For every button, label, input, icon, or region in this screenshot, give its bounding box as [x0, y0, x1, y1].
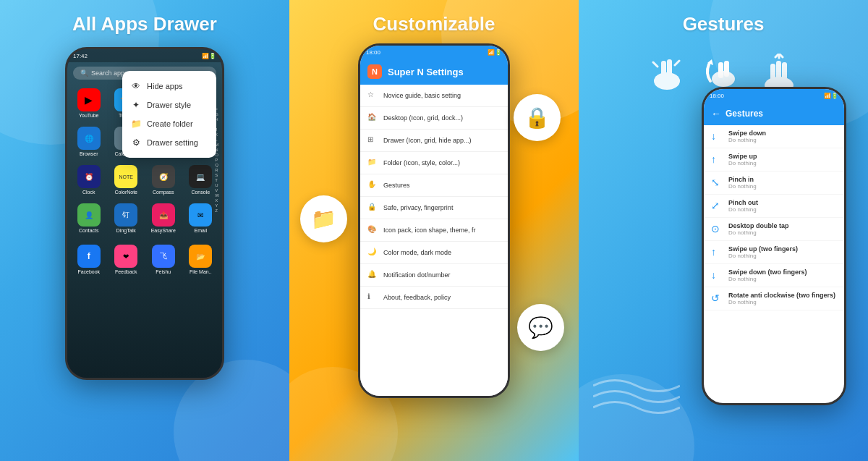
gestures-label: Gestures: [383, 182, 410, 189]
gesture-pinch-in[interactable]: ⤡ Pinch in Do nothing: [704, 172, 844, 195]
settings-iconpack[interactable]: 🎨 Icon pack, icon shape, theme, fr: [360, 219, 508, 242]
desktop-icon: 🏠: [367, 113, 378, 123]
drawer-setting-icon: ⚙: [131, 138, 141, 148]
rotate-anti-name: Rotate anti clockwise (two fingers): [728, 292, 835, 299]
gesture-desktop-double-tap[interactable]: ⊙ Desktop double tap Do nothing: [704, 218, 844, 241]
app-email[interactable]: ✉ Email: [185, 203, 217, 233]
app-grid-5: f Facebook ❤ Feedback 飞 Feishu 📂 File Ma…: [67, 240, 222, 279]
safe-icon: 🔒: [367, 203, 378, 213]
swipe-down-two-name: Swipe down (two fingers): [728, 268, 807, 276]
swipe-down-two-action: Do nothing: [728, 276, 807, 282]
pinch-in-action: Do nothing: [728, 183, 757, 190]
gesture-swipe-down[interactable]: ↓ Swipe down Do nothing: [704, 125, 844, 148]
svg-rect-1: [661, 61, 666, 77]
drawer-style-label: Drawer style: [147, 101, 191, 109]
app-contacts[interactable]: 👤 Contacts: [73, 203, 105, 233]
svg-line-3: [653, 62, 658, 67]
pinch-in-name: Pinch in: [728, 176, 757, 183]
app-compass[interactable]: 🧭 Compass: [148, 165, 179, 195]
pinch-out-name: Pinch out: [728, 199, 758, 206]
status-icons-1: 📶🔋: [202, 53, 216, 59]
phone-mockup-3: 18:00 📶🔋 ← Gestures ↓ Swipe down Do noth…: [702, 87, 846, 405]
iconpack-label: Icon pack, icon shape, theme, fr: [383, 227, 476, 234]
gesture-rotate-anti[interactable]: ↺ Rotate anti clockwise (two fingers) Do…: [704, 287, 844, 310]
gesture-pinch-out[interactable]: ⤢ Pinch out Do nothing: [704, 195, 844, 218]
swipe-up-two-icon: ↑: [711, 246, 723, 258]
novice-label: Novice guide, basic setting: [383, 92, 461, 99]
float-lock-icon: 🔒: [524, 106, 550, 130]
status-bar-2: 18:00 📶🔋: [360, 46, 508, 59]
hide-apps-label: Hide apps: [147, 82, 183, 90]
swipe-up-icon: ↑: [711, 153, 723, 165]
app-colornote[interactable]: NOTE ColorNote: [111, 165, 142, 195]
status-bar-1: 17:42 📶🔋: [67, 49, 222, 62]
gesture-swipe-up[interactable]: ↑ Swipe up Do nothing: [704, 148, 844, 172]
settings-desktop[interactable]: 🏠 Desktop (Icon, grid, dock...): [360, 107, 508, 130]
svg-rect-2: [667, 59, 672, 75]
notification-icon: 🔔: [367, 270, 378, 280]
svg-point-0: [654, 72, 680, 90]
status-time-2: 18:00: [366, 49, 380, 56]
settings-drawer[interactable]: ⊞ Drawer (Icon, grid, hide app...): [360, 130, 508, 152]
pinch-out-action: Do nothing: [728, 206, 758, 213]
back-arrow[interactable]: ←: [711, 108, 721, 119]
settings-folder[interactable]: 📁 Folder (Icon, style, color...): [360, 152, 508, 174]
pinch-out-icon: ⤢: [711, 200, 723, 211]
rotate-anti-icon: ↺: [711, 292, 723, 304]
gestures-list: ↓ Swipe down Do nothing ↑ Swipe up Do no…: [704, 125, 844, 310]
float-folder-button: 📁: [300, 195, 347, 242]
settings-list: ☆ Novice guide, basic setting 🏠 Desktop …: [360, 85, 508, 396]
app-dingtalk[interactable]: 钉 DingTalk: [111, 203, 142, 233]
app-youtube[interactable]: ▶ YouTube: [73, 88, 105, 118]
settings-novice[interactable]: ☆ Novice guide, basic setting: [360, 85, 508, 107]
hide-apps-icon: 👁: [131, 81, 141, 91]
drawer-style-icon: ✦: [131, 100, 141, 110]
menu-item-create-folder[interactable]: 📁 Create folder: [122, 114, 216, 133]
settings-safe[interactable]: 🔒 Safe, privacy, fingerprint: [360, 197, 508, 219]
app-browser[interactable]: 🌐 Browser: [73, 127, 105, 156]
about-icon: ℹ: [367, 292, 378, 303]
colormode-icon: 🌙: [367, 248, 378, 258]
wave-decoration: [593, 371, 680, 418]
settings-app-name: Super N Settings: [388, 67, 464, 77]
app-feishu[interactable]: 飞 Feishu: [148, 245, 179, 274]
desktop-double-tap-action: Do nothing: [728, 229, 789, 236]
phone-mockup-1: 17:42 📶🔋 🔍 Search apps 👁 Hide apps ✦ Dra…: [65, 47, 224, 380]
create-folder-label: Create folder: [147, 119, 193, 128]
status-icons-2: 📶🔋: [488, 49, 502, 56]
svg-rect-9: [770, 64, 775, 83]
swipe-up-action: Do nothing: [728, 160, 757, 166]
settings-about[interactable]: ℹ About, feedback, policy: [360, 287, 508, 309]
menu-item-hide-apps[interactable]: 👁 Hide apps: [122, 77, 216, 96]
svg-rect-11: [782, 62, 787, 80]
app-grid-3: ⏰ Clock NOTE ColorNote 🧭 Compass 💻 Conso…: [67, 161, 222, 199]
gesture-swipe-down-two[interactable]: ↓ Swipe down (two fingers) Do nothing: [704, 264, 844, 287]
pinch-gesture-icon: [647, 54, 687, 97]
panel-gestures: Gestures: [579, 0, 868, 461]
swipe-up-name: Swipe up: [728, 153, 757, 160]
app-easyshare[interactable]: 📤 EasyShare: [148, 203, 179, 233]
app-feedback[interactable]: ❤ Feedback: [111, 245, 142, 274]
menu-item-drawer-style[interactable]: ✦ Drawer style: [122, 96, 216, 114]
settings-gestures[interactable]: ✋ Gestures: [360, 174, 508, 197]
gesture-swipe-up-two[interactable]: ↑ Swipe up (two fingers) Do nothing: [704, 241, 844, 264]
swipe-down-name: Swipe down: [728, 130, 766, 137]
app-facebook[interactable]: f Facebook: [73, 245, 105, 274]
menu-item-drawer-setting[interactable]: ⚙ Drawer setting: [122, 133, 216, 152]
app-clock[interactable]: ⏰ Clock: [73, 165, 105, 195]
gestures-screen-header: ← Gestures: [704, 102, 844, 125]
app-filemanager[interactable]: 📂 File Man..: [185, 245, 217, 274]
swipe-down-action: Do nothing: [728, 137, 766, 143]
panel-customizable: Customizable 18:00 📶🔋 N Super N Settings…: [289, 0, 579, 461]
phone-mockup-2: 18:00 📶🔋 N Super N Settings ☆ Novice gui…: [358, 43, 510, 398]
swipe-down-two-icon: ↓: [711, 269, 723, 281]
status-icons-3: 📶🔋: [824, 93, 838, 99]
app-console[interactable]: 💻 Console: [185, 165, 217, 195]
float-chat-icon: 💬: [528, 316, 553, 339]
settings-colormode[interactable]: 🌙 Color mode, dark mode: [360, 242, 508, 264]
folder-label: Folder (Icon, style, color...): [383, 159, 460, 166]
drawer-icon: ⊞: [367, 135, 378, 145]
desktop-label: Desktop (Icon, grid, dock...): [383, 114, 463, 122]
settings-notification[interactable]: 🔔 Notification dot/number: [360, 264, 508, 287]
drawer-label: Drawer (Icon, grid, hide app...): [383, 137, 472, 144]
